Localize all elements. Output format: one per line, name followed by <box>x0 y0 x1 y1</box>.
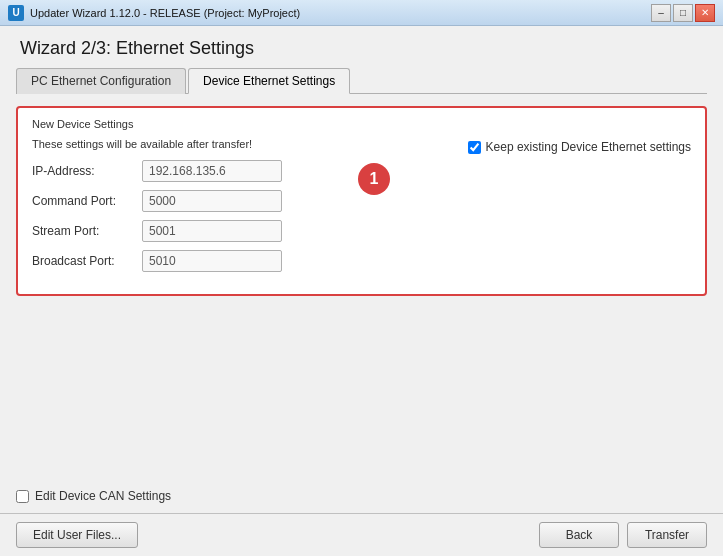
app-icon: U <box>8 5 24 21</box>
tab-bar: PC Ethernet Configuration Device Etherne… <box>16 67 707 94</box>
wizard-header: Wizard 2/3: Ethernet Settings <box>0 26 723 67</box>
broadcast-port-input[interactable] <box>142 250 282 272</box>
can-settings-label: Edit Device CAN Settings <box>35 489 171 503</box>
edit-user-files-button[interactable]: Edit User Files... <box>16 522 138 548</box>
device-settings-panel: New Device Settings These settings will … <box>16 106 707 296</box>
keep-settings-checkbox[interactable] <box>468 141 481 154</box>
badge-1: 1 <box>358 163 390 195</box>
title-bar: U Updater Wizard 1.12.0 - RELEASE (Proje… <box>0 0 723 26</box>
ip-address-input[interactable] <box>142 160 282 182</box>
can-settings-checkbox[interactable] <box>16 490 29 503</box>
broadcast-port-row: Broadcast Port: <box>32 250 691 272</box>
title-bar-text: Updater Wizard 1.12.0 - RELEASE (Project… <box>30 7 300 19</box>
keep-settings-label: Keep existing Device Ethernet settings <box>486 140 691 154</box>
command-port-row: Command Port: <box>32 190 691 212</box>
tab-device-ethernet[interactable]: Device Ethernet Settings <box>188 68 350 94</box>
transfer-button[interactable]: Transfer <box>627 522 707 548</box>
can-settings-row: Edit Device CAN Settings <box>0 479 723 513</box>
stream-port-input[interactable] <box>142 220 282 242</box>
command-port-label: Command Port: <box>32 194 142 208</box>
right-buttons: Back Transfer <box>539 522 707 548</box>
title-bar-left: U Updater Wizard 1.12.0 - RELEASE (Proje… <box>8 5 300 21</box>
maximize-button[interactable]: □ <box>673 4 693 22</box>
main-window: Wizard 2/3: Ethernet Settings PC Etherne… <box>0 26 723 556</box>
close-button[interactable]: ✕ <box>695 4 715 22</box>
stream-port-label: Stream Port: <box>32 224 142 238</box>
main-content: New Device Settings These settings will … <box>0 94 723 479</box>
button-bar: Edit User Files... Back Transfer <box>0 513 723 556</box>
stream-port-row: Stream Port: <box>32 220 691 242</box>
broadcast-port-label: Broadcast Port: <box>32 254 142 268</box>
command-port-input[interactable] <box>142 190 282 212</box>
back-button[interactable]: Back <box>539 522 619 548</box>
wizard-title: Wizard 2/3: Ethernet Settings <box>20 38 703 59</box>
panel-title: New Device Settings <box>32 118 691 130</box>
minimize-button[interactable]: – <box>651 4 671 22</box>
tab-pc-ethernet[interactable]: PC Ethernet Configuration <box>16 68 186 94</box>
keep-settings-row: Keep existing Device Ethernet settings <box>468 140 691 154</box>
title-bar-controls: – □ ✕ <box>651 4 715 22</box>
ip-address-label: IP-Address: <box>32 164 142 178</box>
